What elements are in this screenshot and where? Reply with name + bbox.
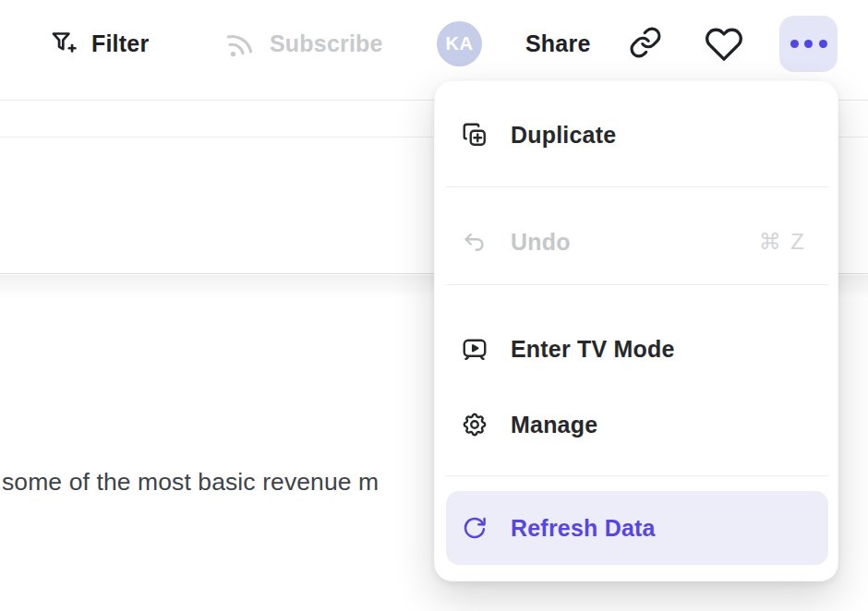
share-button[interactable]: Share (525, 21, 590, 66)
menu-item-undo: Undo ⌘ Z (435, 215, 839, 269)
menu-item-label: Duplicate (511, 122, 616, 149)
subscribe-label: Subscribe (270, 30, 383, 57)
undo-icon (461, 228, 488, 256)
filter-button[interactable]: Filter (48, 21, 149, 66)
heart-icon (705, 25, 743, 64)
share-label: Share (525, 30, 590, 57)
tv-mode-icon (461, 335, 488, 363)
undo-shortcut: ⌘ Z (759, 229, 806, 255)
menu-item-manage[interactable]: Manage (435, 398, 839, 451)
menu-divider (446, 186, 828, 187)
refresh-icon (461, 514, 488, 542)
overflow-dropdown-menu: Duplicate Undo ⌘ Z (434, 80, 838, 581)
menu-item-label: Manage (511, 412, 597, 438)
menu-item-label: Refresh Data (511, 515, 656, 542)
favorite-button[interactable] (705, 25, 743, 66)
avatar[interactable]: KA (437, 21, 482, 66)
menu-divider (446, 284, 828, 285)
filter-label: Filter (91, 30, 149, 57)
menu-item-label: Undo (511, 229, 571, 256)
subscribe-button[interactable]: Subscribe (223, 21, 383, 66)
menu-item-refresh-data[interactable]: Refresh Data (446, 491, 828, 565)
more-options-button[interactable] (779, 16, 838, 72)
app-window: some of the most basic revenue m Filter … (0, 0, 868, 611)
copy-link-button[interactable] (628, 25, 663, 63)
menu-item-label: Enter TV Mode (511, 336, 675, 363)
menu-item-enter-tv-mode[interactable]: Enter TV Mode (435, 322, 839, 376)
gear-icon (461, 411, 488, 438)
duplicate-icon (461, 121, 488, 149)
rss-icon (219, 22, 260, 64)
link-icon (628, 25, 663, 60)
ellipsis-icon (790, 40, 799, 48)
menu-item-duplicate[interactable]: Duplicate (435, 108, 839, 162)
filter-plus-icon (48, 28, 79, 59)
menu-divider (446, 475, 828, 476)
